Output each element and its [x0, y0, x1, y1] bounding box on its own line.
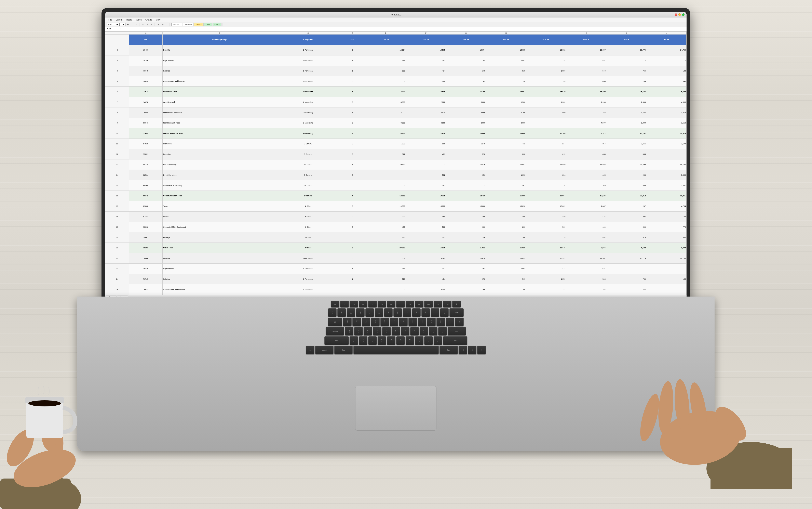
cell-unit[interactable]: 1: [339, 107, 366, 117]
key-f12[interactable]: F12: [443, 301, 451, 307]
currency-button[interactable]: $: [156, 23, 160, 26]
menu-insert[interactable]: Insert: [124, 18, 133, 21]
cell-jan16[interactable]: 13,565: [406, 45, 446, 55]
cell-apr16[interactable]: 16,392: [526, 45, 566, 55]
cell-name[interactable]: Direct Marketing: [162, 170, 277, 180]
cell-may16[interactable]: 145: [566, 211, 606, 222]
cell-name[interactable]: Personnel Total: [162, 87, 277, 97]
cell-jun16[interactable]: 28,812: [606, 191, 646, 201]
cell-mar16[interactable]: 8,000: [486, 118, 526, 128]
cell-name[interactable]: Market Research Total: [162, 128, 277, 138]
table-row[interactable]: 576023Commissions and bonuses1-Personnal…: [105, 76, 687, 87]
key-f4[interactable]: F4: [368, 301, 377, 307]
underline-button[interactable]: U: [134, 23, 139, 26]
key-f3[interactable]: F3: [359, 301, 367, 307]
cell-unit[interactable]: 0: [339, 232, 366, 243]
cell-mar16[interactable]: Mar-16: [486, 35, 526, 45]
cell-dec15[interactable]: 200: [366, 211, 406, 222]
table-row[interactable]: 1017695Market Research Total2-Marketing3…: [105, 128, 687, 138]
cell-jun16[interactable]: 236: [606, 170, 646, 180]
cell-jan16[interactable]: 347: [406, 264, 446, 274]
cell-jun16[interactable]: 4,252: [606, 107, 646, 117]
col-C-header[interactable]: C: [277, 32, 339, 35]
key-f6[interactable]: F6: [387, 301, 396, 307]
cell-unit[interactable]: 0: [339, 45, 366, 55]
cell-no[interactable]: 95235: [129, 160, 162, 170]
cell-category[interactable]: 4-Other: [277, 243, 339, 253]
cell-jan16[interactable]: 434: [406, 274, 446, 284]
key-f8[interactable]: F8: [406, 301, 414, 307]
table-row[interactable]: 1275321Branding3-Commu052243157332361245…: [105, 149, 687, 159]
cell-unit[interactable]: 0: [339, 211, 366, 222]
cell-feb16[interactable]: 155: [446, 211, 486, 222]
table-row[interactable]: 1194015Promotions3-Commu21,2391901,24543…: [105, 138, 687, 149]
cell-jul16[interactable]: 770: [647, 222, 687, 232]
key-i[interactable]: Iร: [408, 318, 417, 326]
key-f10[interactable]: F10: [424, 301, 433, 307]
cell-jun16[interactable]: 1,500: [606, 97, 646, 107]
cell-dec15[interactable]: 8,200: [366, 118, 406, 128]
cell-jun16[interactable]: -: [606, 264, 646, 274]
key-d[interactable]: Dก: [364, 327, 372, 336]
cell-feb16[interactable]: 3,000: [446, 107, 486, 117]
cell-jul16[interactable]: Jul-16: [647, 35, 687, 45]
cell-name[interactable]: Phone: [162, 211, 277, 222]
font-selector[interactable]: Arial: [107, 23, 119, 26]
cell-apr16[interactable]: 10,100: [526, 128, 566, 138]
col-B-header[interactable]: B: [162, 32, 277, 35]
cell-name[interactable]: Payroll taxes: [162, 264, 277, 274]
key-alt-l[interactable]: altoption: [334, 346, 353, 354]
cell-may16[interactable]: 534: [566, 55, 606, 66]
cell-apr16[interactable]: 12,890: [526, 160, 566, 170]
cell-may16[interactable]: 13,555: [566, 160, 606, 170]
cell-mar16[interactable]: 1,953: [486, 55, 526, 66]
cell-name[interactable]: Web Research: [162, 97, 277, 107]
cell-apr16[interactable]: 900: [526, 107, 566, 117]
cell-dec15[interactable]: Dec-15: [366, 35, 406, 45]
col-J-header[interactable]: J: [566, 32, 606, 35]
cell-no[interactable]: 75321: [129, 149, 162, 159]
cell-apr16[interactable]: 1,850: [526, 274, 566, 284]
cell-mar16[interactable]: 16,525: [486, 243, 526, 253]
cell-unit[interactable]: 0: [339, 118, 366, 128]
cell-no[interactable]: No.: [129, 35, 162, 45]
cell-jun16[interactable]: Jun-16: [606, 35, 646, 45]
cell-mar16[interactable]: 14,600: [486, 128, 526, 138]
cell-mar16[interactable]: 1,500: [486, 97, 526, 107]
menu-file[interactable]: File: [107, 18, 114, 21]
key-f2[interactable]: F2: [349, 301, 358, 307]
table-row[interactable]: 1395235Web Advertising3-Commu110,432-10,…: [105, 160, 687, 170]
cell-category[interactable]: 1-Personnal: [277, 87, 339, 97]
cell-unit[interactable]: 0: [339, 253, 366, 264]
cell-jan16[interactable]: 12,620: [406, 128, 446, 138]
cell-unit[interactable]: 2: [339, 222, 366, 232]
cell-may16[interactable]: 100: [566, 222, 606, 232]
cell-dec15[interactable]: 345: [366, 55, 406, 66]
table-row[interactable]: 1568508Newspaper Advertising3-Commu0-1,2…: [105, 180, 687, 191]
cell-category[interactable]: 4-Other: [277, 201, 339, 211]
cell-jan16[interactable]: 347: [406, 55, 446, 66]
key-w[interactable]: Wไ: [353, 318, 361, 326]
cell-no[interactable]: 17695: [129, 128, 162, 138]
cell-category[interactable]: 1-Personnal: [277, 274, 339, 284]
cell-feb16[interactable]: 5,000: [446, 97, 486, 107]
key-semicolon[interactable]: ;ว: [429, 327, 438, 336]
menu-tables[interactable]: Tables: [134, 18, 143, 21]
col-E-header[interactable]: E: [366, 32, 406, 35]
key-tab[interactable]: tab: [328, 318, 342, 326]
cell-may16[interactable]: 4,500: [566, 118, 606, 128]
key-l[interactable]: Lส: [419, 327, 428, 336]
key-minus[interactable]: -_: [431, 308, 439, 317]
cell-apr16[interactable]: 235: [526, 232, 566, 243]
cell-jan16[interactable]: 5,420: [406, 107, 446, 117]
cell-apr16[interactable]: 34: [526, 180, 566, 191]
key-backslash[interactable]: \ฃ: [455, 318, 464, 326]
cell-name[interactable]: Commissions and bonuses: [162, 284, 277, 295]
cell-jan16[interactable]: 2,300: [406, 97, 446, 107]
key-comma[interactable]: ,ม: [415, 336, 423, 345]
key-h[interactable]: H้: [392, 327, 400, 336]
col-K-header[interactable]: K: [606, 32, 646, 35]
key-slash[interactable]: /ฝ: [434, 336, 442, 345]
key-f9[interactable]: F9: [415, 301, 423, 307]
cell-feb16[interactable]: 10,000: [446, 128, 486, 138]
